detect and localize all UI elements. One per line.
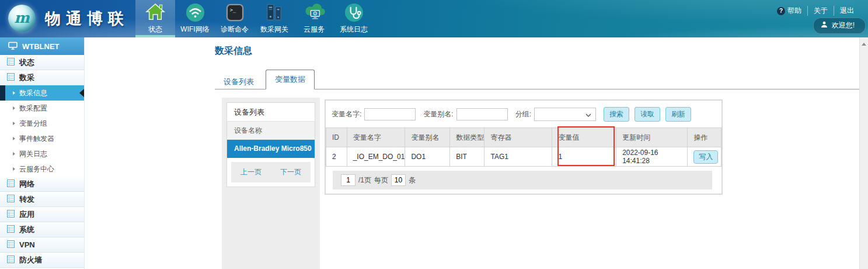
next-page-link[interactable]: 下一页 [280, 167, 301, 177]
device-row-selected[interactable]: Allen-Bradley Micro850 [227, 140, 315, 158]
question-icon: ? [777, 7, 785, 15]
cell-updated-time: 2022-09-16 14:41:28 [616, 147, 688, 167]
col-updated-time: 更新时间 [616, 128, 688, 147]
device-name-column-header: 设备名称 [227, 122, 315, 140]
cell-action: 写入 [688, 147, 721, 167]
table-header-row: ID 变量名字 变量别名 数据类型 寄存器 变量值 更新时间 操作 [326, 128, 721, 147]
sidebar-subitem-event-trigger[interactable]: 事件触发器 [0, 131, 84, 146]
brand-logo: m 物通博联 [8, 5, 129, 32]
sidebar-subitem-dacq-config[interactable]: 数采配置 [0, 101, 84, 116]
page-number-input[interactable] [341, 174, 355, 186]
gateway-icon [264, 2, 284, 23]
sidebar-item-application[interactable]: 应用 [0, 207, 84, 222]
nav-label: 诊断命令 [221, 25, 249, 35]
table-row: 2 _IO_EM_DO_01 DO1 BIT TAG1 1 2022-09-16… [326, 147, 721, 167]
nav-label: 云服务 [304, 25, 325, 35]
content-tabs: 设备列表 变量数据 [215, 70, 318, 89]
sidebar-subitem-dacq-info[interactable]: 数采信息 [0, 85, 84, 101]
nav-item-diagnostics[interactable]: >_ 诊断命令 [215, 0, 255, 37]
col-data-type: 数据类型 [450, 128, 484, 147]
variable-name-input[interactable] [364, 108, 416, 120]
cell-register: TAG1 [484, 147, 552, 167]
nav-item-gateway[interactable]: 数采网关 [255, 0, 294, 37]
nav-item-cloud[interactable]: 云服务 [294, 0, 334, 37]
arrow-right-icon [13, 122, 15, 125]
nav-label: 系统日志 [340, 25, 368, 35]
list-icon [7, 240, 15, 250]
pagination-bar: /1页 每页 条 [333, 171, 712, 189]
sidebar-item-system[interactable]: 系统 [0, 222, 84, 237]
user-icon [821, 21, 828, 30]
home-icon [145, 2, 165, 23]
nav-label: WIFI网络 [180, 25, 209, 35]
nav-label: 状态 [148, 25, 162, 35]
page-total-label: /1页 [358, 175, 371, 185]
variable-data-panel: 变量名字: 变量别名: 分组: 搜索 读取 刷新 ID 变量名字 变量别名 数据… [325, 99, 723, 195]
cell-data-type: BIT [450, 147, 484, 167]
sidebar: WTBLNET 状态 数采 数采信息 数采配置 变量分组 事件触发器 网关日志 … [0, 37, 85, 269]
tab-variable-data[interactable]: 变量数据 [266, 70, 315, 89]
prev-page-link[interactable]: 上一页 [240, 167, 262, 177]
sidebar-subitem-variable-group[interactable]: 变量分组 [0, 116, 84, 131]
variable-name-label: 变量名字: [332, 109, 361, 119]
filter-toolbar: 变量名字: 变量别名: 分组: 搜索 读取 刷新 [332, 107, 696, 121]
arrow-right-icon [13, 106, 15, 110]
nav-label: 数采网关 [260, 25, 288, 35]
about-link[interactable]: 关于 [807, 6, 834, 16]
list-icon [7, 210, 15, 219]
sidebar-subitem-gateway-log[interactable]: 网关日志 [0, 146, 84, 161]
welcome-badge[interactable]: 欢迎您! [813, 18, 866, 34]
vertical-scrollbar[interactable] [859, 37, 868, 269]
nav-item-syslog[interactable]: 系统日志 [334, 0, 374, 37]
wifi-icon [186, 2, 205, 23]
top-nav: 状态 WIFI网络 >_ 诊断命令 数采网关 云服务 [135, 0, 374, 37]
help-link[interactable]: ? 帮助 [771, 6, 807, 16]
variable-alias-label: 变量别名: [423, 109, 453, 119]
page-title: 数采信息 [215, 45, 252, 57]
tab-device-list[interactable]: 设备列表 [215, 74, 263, 89]
cell-variable-name: _IO_EM_DO_01 [347, 147, 405, 167]
refresh-button[interactable]: 刷新 [665, 107, 691, 122]
sidebar-item-forwarding[interactable]: 转发 [0, 192, 84, 207]
col-variable-name: 变量名字 [347, 128, 405, 147]
sidebar-item-data-acquisition[interactable]: 数采 [0, 70, 84, 85]
sidebar-item-vpn[interactable]: VPN [0, 237, 84, 253]
list-icon [7, 180, 15, 189]
terminal-icon: >_ [226, 2, 244, 23]
nav-item-wifi[interactable]: WIFI网络 [175, 0, 215, 37]
stethoscope-icon [344, 2, 364, 23]
sidebar-subitem-cloud-center[interactable]: 云服务中心 [0, 161, 84, 177]
list-icon [7, 73, 15, 82]
svg-text:>_: >_ [229, 6, 236, 12]
variable-table: ID 变量名字 变量别名 数据类型 寄存器 变量值 更新时间 操作 2 _IO_… [326, 127, 721, 167]
write-button[interactable]: 写入 [693, 150, 718, 164]
col-register: 寄存器 [484, 128, 552, 147]
variable-alias-input[interactable] [456, 108, 508, 120]
list-icon [7, 256, 15, 265]
per-page-label: 每页 [374, 175, 388, 185]
sidebar-item-status[interactable]: 状态 [0, 55, 84, 70]
per-page-input[interactable] [391, 174, 406, 186]
cloud-monitor-icon [303, 2, 325, 23]
col-action: 操作 [688, 128, 721, 147]
brand-name: 物通博联 [45, 8, 129, 29]
sidebar-item-firewall[interactable]: 防火墙 [0, 253, 84, 268]
list-icon [7, 58, 15, 67]
sidebar-header: WTBLNET [0, 37, 84, 55]
device-panel-title: 设备列表 [227, 103, 315, 122]
search-button[interactable]: 搜索 [604, 107, 629, 122]
logout-link[interactable]: 退出 [834, 6, 860, 16]
nav-item-status[interactable]: 状态 [135, 0, 175, 37]
list-icon [7, 225, 15, 234]
group-select[interactable] [534, 108, 596, 121]
read-button[interactable]: 读取 [635, 107, 660, 122]
welcome-text: 欢迎您! [832, 20, 855, 30]
cell-variable-alias: DO1 [405, 147, 450, 167]
sidebar-item-network[interactable]: 网络 [0, 177, 84, 192]
col-variable-value: 变量值 [552, 128, 616, 147]
sidebar-title: WTBLNET [22, 42, 60, 51]
group-label: 分组: [515, 109, 531, 119]
device-pager: 上一页 下一页 [227, 158, 315, 187]
monitor-icon [8, 42, 18, 51]
logo-sphere-icon: m [8, 5, 36, 32]
